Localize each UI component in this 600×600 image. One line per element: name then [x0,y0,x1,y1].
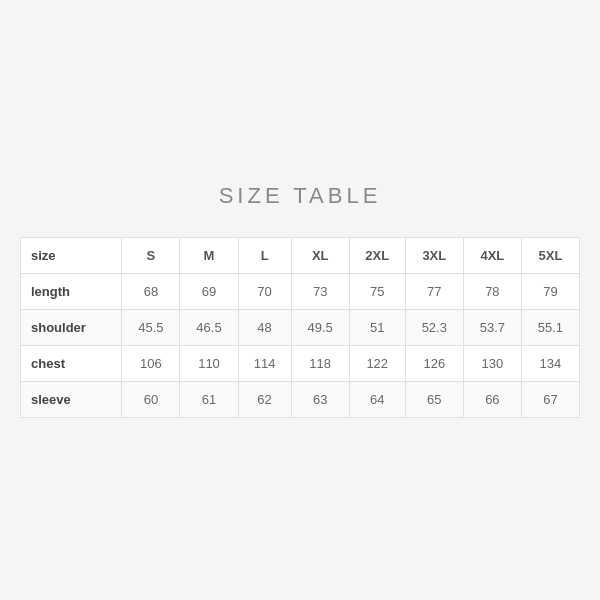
row-label-length: length [21,273,122,309]
cell-sleeve-4: 64 [349,381,405,417]
page-container: SIZE TABLE sizeSMLXL2XL3XL4XL5XL length6… [0,0,600,600]
cell-sleeve-0: 60 [122,381,180,417]
header-4xl: 4XL [463,237,521,273]
cell-sleeve-3: 63 [291,381,349,417]
cell-chest-0: 106 [122,345,180,381]
table-wrapper: sizeSMLXL2XL3XL4XL5XL length686970737577… [20,237,580,418]
row-chest: chest106110114118122126130134 [21,345,580,381]
cell-length-5: 77 [405,273,463,309]
row-label-chest: chest [21,345,122,381]
cell-sleeve-5: 65 [405,381,463,417]
header-l: L [238,237,291,273]
cell-chest-2: 114 [238,345,291,381]
cell-chest-3: 118 [291,345,349,381]
cell-sleeve-7: 67 [521,381,579,417]
cell-shoulder-3: 49.5 [291,309,349,345]
cell-chest-1: 110 [180,345,238,381]
cell-shoulder-6: 53.7 [463,309,521,345]
header-size: size [21,237,122,273]
cell-sleeve-2: 62 [238,381,291,417]
cell-length-7: 79 [521,273,579,309]
cell-chest-7: 134 [521,345,579,381]
cell-length-2: 70 [238,273,291,309]
cell-chest-6: 130 [463,345,521,381]
cell-shoulder-2: 48 [238,309,291,345]
row-label-sleeve: sleeve [21,381,122,417]
cell-length-0: 68 [122,273,180,309]
cell-length-4: 75 [349,273,405,309]
row-length: length6869707375777879 [21,273,580,309]
cell-chest-4: 122 [349,345,405,381]
header-xl: XL [291,237,349,273]
table-body: length6869707375777879shoulder45.546.548… [21,273,580,417]
cell-length-3: 73 [291,273,349,309]
cell-shoulder-0: 45.5 [122,309,180,345]
cell-sleeve-6: 66 [463,381,521,417]
cell-shoulder-1: 46.5 [180,309,238,345]
table-header: sizeSMLXL2XL3XL4XL5XL [21,237,580,273]
header-m: M [180,237,238,273]
cell-shoulder-5: 52.3 [405,309,463,345]
cell-length-6: 78 [463,273,521,309]
size-table: sizeSMLXL2XL3XL4XL5XL length686970737577… [20,237,580,418]
cell-chest-5: 126 [405,345,463,381]
row-sleeve: sleeve6061626364656667 [21,381,580,417]
header-s: S [122,237,180,273]
header-5xl: 5XL [521,237,579,273]
cell-sleeve-1: 61 [180,381,238,417]
header-row: sizeSMLXL2XL3XL4XL5XL [21,237,580,273]
page-title: SIZE TABLE [219,183,382,209]
cell-shoulder-7: 55.1 [521,309,579,345]
row-shoulder: shoulder45.546.54849.55152.353.755.1 [21,309,580,345]
cell-shoulder-4: 51 [349,309,405,345]
header-2xl: 2XL [349,237,405,273]
row-label-shoulder: shoulder [21,309,122,345]
header-3xl: 3XL [405,237,463,273]
cell-length-1: 69 [180,273,238,309]
